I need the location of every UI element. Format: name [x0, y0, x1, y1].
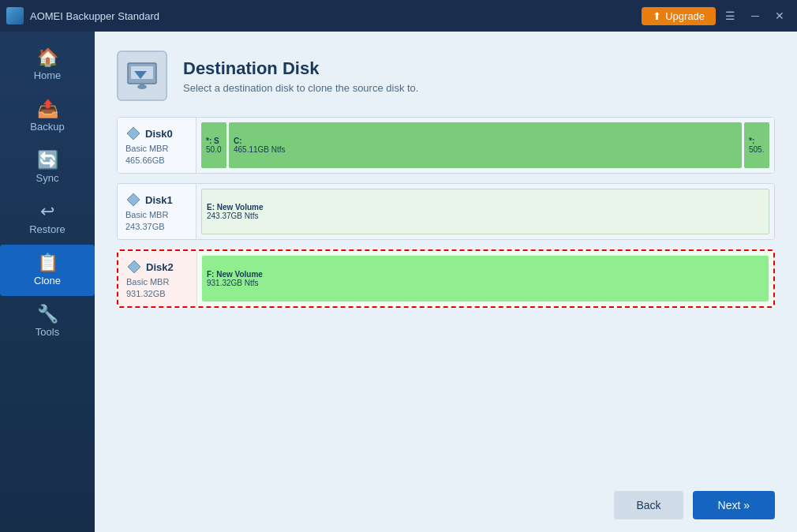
sidebar-label-backup: Backup — [30, 121, 64, 133]
svg-rect-5 — [131, 79, 153, 81]
disk2-partition-f: F: New Volume 931.32GB Ntfs — [202, 256, 769, 302]
disk2-size: 931.32GB — [126, 289, 189, 298]
titlebar-left: AOMEI Backupper Standard — [6, 7, 159, 24]
back-button[interactable]: Back — [614, 491, 683, 519]
disk0-size: 465.66GB — [125, 155, 188, 165]
app-title: AOMEI Backupper Standard — [30, 10, 159, 22]
clone-icon: 📋 — [37, 254, 58, 272]
menu-button[interactable]: ☰ — [719, 6, 742, 25]
sidebar-item-backup[interactable]: 📤 Backup — [0, 91, 95, 142]
sync-icon: 🔄 — [37, 152, 58, 169]
sidebar: 🏠 Home 📤 Backup 🔄 Sync ↩ Restore 📋 Clone… — [0, 32, 95, 532]
sidebar-label-clone: Clone — [34, 275, 61, 287]
disk1-name: Disk1 — [145, 194, 173, 206]
titlebar: AOMEI Backupper Standard ⬆ Upgrade ☰ ─ ✕ — [0, 0, 797, 32]
disk0-info: Disk0 Basic MBR 465.66GB — [118, 118, 196, 173]
sidebar-label-sync: Sync — [36, 172, 59, 184]
main-layout: 🏠 Home 📤 Backup 🔄 Sync ↩ Restore 📋 Clone… — [0, 32, 797, 532]
page-header-text: Destination Disk Select a destination di… — [183, 58, 418, 94]
bottom-bar: Back Next » — [117, 480, 775, 519]
tools-icon: 🔧 — [37, 305, 58, 323]
disk-row-disk0[interactable]: Disk0 Basic MBR 465.66GB *: S 50.0 C: 46… — [117, 117, 775, 174]
disk1-partitions: E: New Volume 243.37GB Ntfs — [196, 184, 774, 239]
sidebar-label-home: Home — [34, 69, 62, 81]
disk0-partition-end: *: 505. — [744, 122, 769, 168]
disk1-type: Basic MBR — [125, 210, 188, 219]
disk0-partition-system: *: S 50.0 — [201, 122, 226, 168]
home-icon: 🏠 — [37, 49, 58, 66]
content-area: Destination Disk Select a destination di… — [95, 32, 797, 532]
disk1-partition-e: E: New Volume 243.37GB Ntfs — [201, 189, 769, 234]
close-button[interactable]: ✕ — [769, 6, 791, 25]
sidebar-label-tools: Tools — [36, 326, 59, 338]
minimize-button[interactable]: ─ — [745, 6, 765, 25]
next-button[interactable]: Next » — [693, 491, 775, 519]
sidebar-item-home[interactable]: 🏠 Home — [0, 39, 95, 91]
sidebar-item-restore[interactable]: ↩ Restore — [0, 193, 95, 245]
upgrade-icon: ⬆ — [653, 10, 661, 22]
disk0-partition-c: C: 465.11GB Ntfs — [229, 122, 742, 168]
sidebar-label-restore: Restore — [29, 223, 65, 235]
disk2-diamond-icon — [126, 259, 142, 275]
disk0-diamond-icon — [125, 126, 141, 141]
disk1-info: Disk1 Basic MBR 243.37GB — [118, 184, 196, 239]
disk0-name: Disk0 — [145, 128, 173, 140]
page-subtitle: Select a destination disk to clone the s… — [183, 82, 418, 94]
upgrade-button[interactable]: ⬆ Upgrade — [642, 7, 716, 25]
titlebar-right: ⬆ Upgrade ☰ ─ ✕ — [642, 6, 791, 25]
page-icon-box — [117, 51, 167, 101]
svg-marker-7 — [127, 193, 140, 206]
disk-row-disk1[interactable]: Disk1 Basic MBR 243.37GB E: New Volume 2… — [117, 183, 775, 240]
disk2-info: Disk2 Basic MBR 931.32GB — [118, 251, 197, 306]
sidebar-item-sync[interactable]: 🔄 Sync — [0, 142, 95, 193]
svg-marker-8 — [128, 260, 140, 273]
page-title: Destination Disk — [183, 58, 418, 79]
disk2-partitions: F: New Volume 931.32GB Ntfs — [197, 251, 773, 306]
disk-row-disk2[interactable]: Disk2 Basic MBR 931.32GB F: New Volume 9… — [117, 249, 775, 308]
page-header: Destination Disk Select a destination di… — [117, 51, 775, 101]
destination-disk-icon — [123, 57, 161, 95]
restore-icon: ↩ — [40, 203, 54, 220]
disk2-name: Disk2 — [146, 261, 174, 273]
svg-marker-6 — [127, 127, 140, 140]
svg-rect-3 — [140, 84, 144, 88]
disk-list: Disk0 Basic MBR 465.66GB *: S 50.0 C: 46… — [117, 117, 775, 480]
disk0-partitions: *: S 50.0 C: 465.11GB Ntfs *: 505. — [196, 118, 774, 173]
sidebar-item-tools[interactable]: 🔧 Tools — [0, 296, 95, 347]
disk1-diamond-icon — [125, 192, 141, 208]
disk0-type: Basic MBR — [125, 144, 188, 153]
disk2-type: Basic MBR — [126, 277, 189, 287]
app-icon — [6, 7, 24, 24]
sidebar-item-clone[interactable]: 📋 Clone — [0, 245, 95, 296]
disk1-size: 243.37GB — [125, 222, 188, 231]
backup-icon: 📤 — [37, 100, 58, 118]
